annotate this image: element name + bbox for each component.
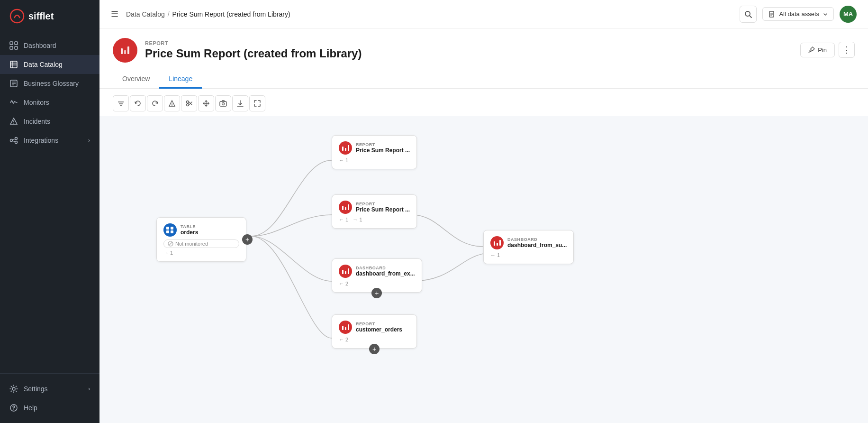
svg-line-18 [13, 139, 15, 140]
node-report3-expand[interactable]: + [369, 344, 380, 354]
node-dashboard1[interactable]: DASHBOARD dashboard_from_ex... ← 2 + [332, 258, 422, 293]
svg-line-37 [189, 101, 192, 105]
topbar: ☰ Data Catalog / Price Sum Report (creat… [99, 0, 868, 28]
tab-lineage[interactable]: Lineage [159, 70, 202, 89]
node-report2-header: REPORT Price Sum Report ... [339, 201, 410, 214]
sidebar-item-label: Business Glossary [24, 80, 79, 87]
node-dashboard1-footer: ← 2 [339, 281, 415, 286]
svg-point-16 [15, 138, 18, 140]
node-dashboard2-footer: ← 1 [490, 252, 567, 258]
breadcrumb-current: Price Sum Report (created from Library) [172, 10, 290, 18]
node-orders[interactable]: TABLE orders Not monitored → 1 + [156, 217, 246, 262]
sidebar-item-dashboard[interactable]: Dashboard [0, 36, 99, 55]
svg-point-0 [10, 9, 24, 23]
node-dashboard1-type: DASHBOARD [356, 266, 415, 270]
toolbar-pan-button[interactable] [198, 95, 214, 111]
download-icon [236, 100, 244, 107]
report-bars-icon [342, 145, 349, 151]
node-report2-type: REPORT [356, 202, 410, 206]
lineage-toolbar [99, 89, 868, 116]
camera-icon [219, 100, 227, 107]
toolbar-cut-button[interactable] [181, 95, 197, 111]
svg-rect-39 [220, 101, 226, 106]
filter-icon [117, 100, 125, 107]
node-report3-header: REPORT customer_orders [339, 321, 410, 334]
assets-dropdown-label: All data assets [779, 10, 819, 18]
toolbar-screenshot-button[interactable] [215, 95, 231, 111]
svg-line-38 [189, 102, 192, 105]
sidebar-item-label: Dashboard [24, 42, 56, 49]
user-avatar[interactable]: MA [840, 6, 857, 23]
more-options-button[interactable]: ⋮ [839, 42, 855, 58]
expand-icon [168, 100, 176, 107]
not-monitored-badge: Not monitored [163, 239, 239, 248]
node-name-label: orders [181, 229, 198, 236]
svg-point-40 [222, 103, 225, 105]
svg-point-22 [13, 409, 14, 410]
fullscreen-icon [253, 100, 261, 107]
sidebar-item-integrations[interactable]: Integrations › [0, 131, 99, 150]
sidebar-item-business-glossary[interactable]: Business Glossary [0, 74, 99, 93]
report-bars-icon [121, 46, 129, 54]
report-bars-icon [342, 324, 349, 330]
pan-icon [202, 100, 210, 107]
node-dashboard2-icon [490, 236, 504, 249]
node-report1-title: REPORT Price Sum Report ... [356, 142, 410, 154]
node-report1[interactable]: REPORT Price Sum Report ... ← 1 [332, 135, 417, 169]
svg-point-20 [12, 387, 15, 390]
node-dashboard2[interactable]: DASHBOARD dashboard_from_su... ← 1 [483, 230, 574, 264]
glossary-icon [9, 79, 18, 88]
integrations-arrow-icon: › [88, 137, 90, 144]
toolbar-expand-button[interactable] [164, 95, 180, 111]
node-dashboard2-name: dashboard_from_su... [507, 242, 567, 248]
node-report2[interactable]: REPORT Price Sum Report ... ← 1 → 1 [332, 194, 417, 229]
assets-dropdown-button[interactable]: All data assets [762, 7, 834, 21]
toolbar-filter-button[interactable] [113, 95, 129, 111]
node-report1-footer: ← 1 [339, 157, 410, 163]
page-header-actions: Pin ⋮ [800, 42, 855, 58]
node-report3[interactable]: REPORT customer_orders ← 2 + [332, 314, 417, 349]
dashboard-icon-bars [342, 268, 349, 274]
report-icon-large [113, 38, 137, 63]
node-dashboard2-type: DASHBOARD [507, 237, 567, 242]
sidebar: sifflet Dashboard Data Catalog Business … [0, 0, 99, 423]
node-dashboard1-expand[interactable]: + [371, 288, 382, 298]
toolbar-redo-button[interactable] [147, 95, 163, 111]
node-report3-icon [339, 321, 352, 334]
sifflet-logo-icon [9, 9, 25, 24]
not-monitored-icon [168, 241, 173, 247]
svg-line-19 [13, 141, 15, 142]
svg-rect-2 [15, 42, 18, 45]
incidents-icon [9, 117, 18, 126]
node-report1-type: REPORT [356, 142, 410, 147]
sidebar-item-help[interactable]: Help [0, 398, 99, 417]
sidebar-item-monitors[interactable]: Monitors [0, 93, 99, 112]
pin-button[interactable]: Pin [800, 43, 835, 57]
toolbar-fullscreen-button[interactable] [249, 95, 265, 111]
node-report1-icon [339, 141, 352, 155]
redo-icon [151, 100, 159, 107]
node-dashboard1-name: dashboard_from_ex... [356, 270, 415, 277]
sidebar-item-data-catalog[interactable]: Data Catalog [0, 55, 99, 74]
sidebar-item-settings[interactable]: Settings › [0, 379, 99, 398]
svg-rect-4 [15, 46, 18, 49]
search-button[interactable] [740, 6, 757, 23]
toolbar-undo-button[interactable] [130, 95, 146, 111]
sidebar-logo[interactable]: sifflet [0, 0, 99, 32]
page-title: Price Sum Report (created from Library) [145, 47, 362, 60]
svg-point-35 [187, 101, 189, 103]
node-dashboard2-title: DASHBOARD dashboard_from_su... [507, 237, 567, 248]
breadcrumb-parent[interactable]: Data Catalog [126, 10, 165, 18]
sidebar-item-label: Incidents [24, 118, 50, 125]
node-orders-expand[interactable]: + [242, 234, 253, 245]
sidebar-item-incidents[interactable]: Incidents [0, 112, 99, 131]
toolbar-download-button[interactable] [232, 95, 248, 111]
page-header: REPORT Price Sum Report (created from Li… [99, 28, 868, 63]
lineage-canvas[interactable]: TABLE orders Not monitored → 1 + [99, 116, 868, 423]
node-orders-icon [163, 223, 177, 237]
settings-arrow-icon: › [88, 386, 90, 392]
hamburger-icon[interactable]: ☰ [111, 9, 118, 19]
svg-point-17 [15, 141, 18, 144]
settings-icon [9, 385, 18, 393]
tab-overview[interactable]: Overview [113, 70, 159, 89]
